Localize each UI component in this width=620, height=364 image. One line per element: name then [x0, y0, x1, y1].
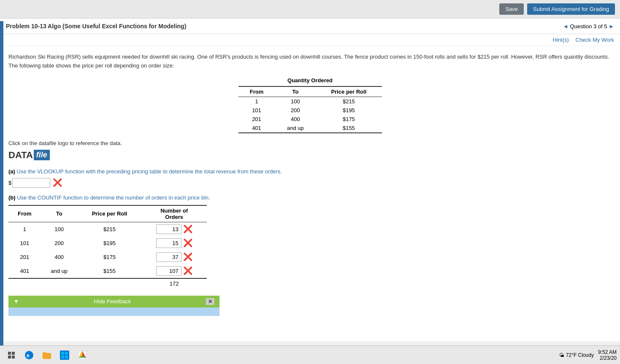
feedback-close-button[interactable]: ✕: [206, 298, 214, 305]
question-nav: ◄ Question 3 of 5 ►: [563, 23, 614, 30]
check-work-link[interactable]: Check My Work: [576, 37, 615, 43]
orders-num-cell: ❌: [141, 250, 207, 264]
orders-col-price: Price per Roll: [78, 205, 141, 222]
feedback-label: Hide Feedback: [94, 298, 131, 305]
col-from-header: From: [238, 86, 275, 97]
orders-col-to: To: [41, 205, 78, 222]
orders-to-cell: 100: [41, 222, 78, 236]
part-a-instruction: Use the VLOOKUP function with the preced…: [17, 168, 282, 175]
orders-from-cell: 201: [8, 250, 41, 264]
from-cell: 401: [238, 124, 275, 133]
orders-error-icon[interactable]: ❌: [183, 252, 192, 262]
col-to-header: To: [275, 86, 316, 97]
orders-table-row: 201 400 $175 ❌: [8, 250, 207, 264]
data-text: DATA: [8, 150, 33, 161]
file-text: file: [34, 150, 50, 160]
col-price-header: Price per Roll: [316, 86, 382, 97]
problem-title: Problem 10-13 Algo (Some Useful Excel Fu…: [6, 23, 186, 30]
save-button[interactable]: Save: [499, 3, 524, 15]
orders-num-cell: ❌: [141, 264, 207, 278]
orders-num-cell: ❌: [141, 236, 207, 250]
orders-error-icon[interactable]: ❌: [183, 266, 192, 275]
orders-table-row: 1 100 $215 ❌: [8, 222, 207, 236]
orders-col-from: From: [8, 205, 41, 222]
datafile-logo[interactable]: DATA file: [8, 150, 612, 161]
next-question-arrow[interactable]: ►: [609, 23, 614, 30]
orders-table-row: 101 200 $195 ❌: [8, 236, 207, 250]
orders-from-cell: 401: [8, 264, 41, 278]
to-cell: and up: [275, 124, 316, 133]
orders-total-value: 172: [141, 278, 207, 289]
top-bar: Save Submit Assignment for Grading: [0, 0, 620, 19]
orders-from-cell: 101: [8, 236, 41, 250]
orders-input[interactable]: [156, 238, 181, 248]
feedback-content: [8, 307, 219, 316]
orders-table: From To Price per Roll Number ofOrders 1…: [8, 205, 207, 289]
orders-total-label: [8, 278, 141, 289]
price-cell: $195: [316, 106, 382, 115]
to-cell: 400: [275, 115, 316, 124]
part-b-instruction: Use the COUNTIF function to determine th…: [17, 194, 210, 201]
quantity-table-section: Quantity Ordered From To Price per Roll …: [8, 77, 612, 133]
from-cell: 201: [238, 115, 275, 124]
feedback-triangle: ▼: [14, 298, 19, 305]
left-accent-bar: [0, 21, 3, 341]
problem-description: Richardson Ski Racing (RSR) sells equipm…: [8, 53, 612, 70]
orders-price-cell: $215: [78, 222, 141, 236]
price-table: From To Price per Roll 1 100 $215 101 20…: [238, 86, 382, 133]
table-row: 101 200 $195: [238, 106, 382, 115]
part-a-input[interactable]: [12, 178, 50, 188]
orders-error-icon[interactable]: ❌: [183, 224, 192, 234]
table-title: Quantity Ordered: [8, 77, 612, 84]
orders-from-cell: 1: [8, 222, 41, 236]
question-header: Problem 10-13 Algo (Some Useful Excel Fu…: [0, 19, 620, 34]
price-cell: $215: [316, 97, 382, 106]
price-cell: $155: [316, 124, 382, 133]
orders-col-num: Number ofOrders: [141, 205, 207, 222]
datafile-click-text: Click on the datafile logo to reference …: [8, 140, 612, 146]
question-nav-label: Question 3 of 5: [570, 23, 607, 30]
orders-to-cell: 200: [41, 236, 78, 250]
orders-to-cell: and up: [41, 264, 78, 278]
table-row: 1 100 $215: [238, 97, 382, 106]
orders-price-cell: $175: [78, 250, 141, 264]
orders-input[interactable]: [156, 266, 181, 276]
table-row: 201 400 $175: [238, 115, 382, 124]
from-cell: 1: [238, 97, 275, 106]
part-a-dollar-input: $: [8, 178, 50, 188]
part-a-label: (a): [8, 168, 15, 175]
orders-input[interactable]: [156, 224, 181, 234]
orders-error-icon[interactable]: ❌: [183, 238, 192, 248]
orders-to-cell: 400: [41, 250, 78, 264]
hints-bar: Hint(s) Check My Work: [0, 34, 620, 46]
part-a-error-icon[interactable]: ❌: [53, 178, 62, 187]
part-a: (a) Use the VLOOKUP function with the pr…: [8, 168, 612, 188]
price-cell: $175: [316, 115, 382, 124]
part-a-input-row: $ ❌: [8, 178, 612, 188]
orders-price-cell: $155: [78, 264, 141, 278]
part-b: (b) Use the COUNTIF function to determin…: [8, 194, 612, 289]
to-cell: 200: [275, 106, 316, 115]
feedback-bar: ▼ Hide Feedback ✕: [8, 296, 219, 307]
submit-button[interactable]: Submit Assignment for Grading: [527, 3, 615, 15]
hints-link[interactable]: Hint(s): [553, 37, 569, 43]
orders-num-cell: ❌: [141, 222, 207, 236]
main-content: Richardson Ski Racing (RSR) sells equipm…: [0, 46, 620, 341]
prev-question-arrow[interactable]: ◄: [563, 23, 569, 30]
orders-table-row: 401 and up $155 ❌: [8, 264, 207, 278]
table-row: 401 and up $155: [238, 124, 382, 133]
orders-price-cell: $195: [78, 236, 141, 250]
part-b-label: (b): [8, 194, 16, 201]
from-cell: 101: [238, 106, 275, 115]
orders-input[interactable]: [156, 252, 181, 262]
to-cell: 100: [275, 97, 316, 106]
dollar-sign: $: [8, 180, 11, 186]
